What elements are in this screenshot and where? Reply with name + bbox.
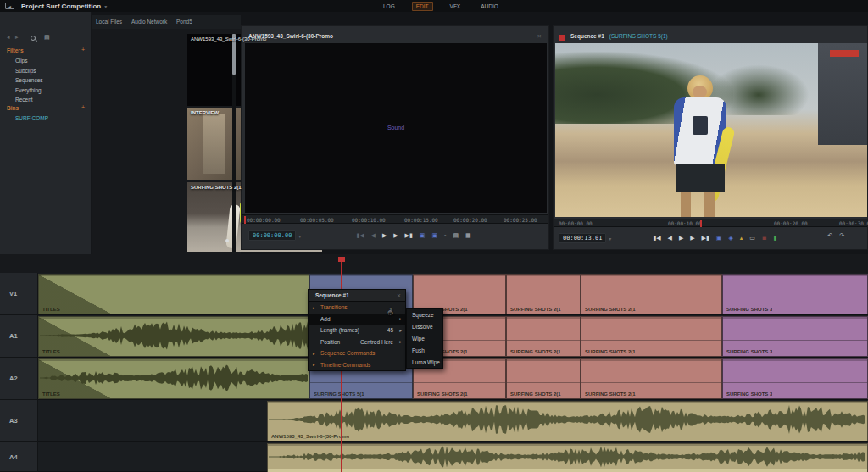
source-timecode-caret[interactable]: ▾ bbox=[298, 233, 301, 239]
submenu-item-squeeze[interactable]: Squeeze bbox=[407, 309, 442, 321]
source-timecode[interactable]: 00:00:00.00 bbox=[248, 230, 296, 241]
tile-view-icon[interactable]: ▦ bbox=[465, 232, 471, 238]
source-sound-text: Sound bbox=[245, 125, 547, 130]
tab-audio-network[interactable]: Audio Network bbox=[131, 19, 167, 25]
audio-meter-icon[interactable]: ▮ bbox=[774, 235, 777, 241]
timeline-playhead-flag[interactable] bbox=[338, 257, 345, 262]
context-menu: Sequence #1 ✕ ▸ Transitions Add ▸ Length… bbox=[308, 289, 406, 371]
skip-start-icon[interactable]: ▮◀ bbox=[653, 235, 660, 241]
track-header-a2[interactable]: A2 bbox=[0, 358, 38, 400]
play-button[interactable]: ▶ bbox=[382, 232, 387, 238]
exit-project-icon[interactable]: ◂ bbox=[5, 3, 14, 9]
record-transport-bar: 00:00:13.01 ▾ ▮◀ ◀ ▶ ▶ ▶▮ ▣ ◈ ▴ ▭ ≣ ▮ ↶ … bbox=[554, 229, 867, 247]
jersey-number bbox=[693, 116, 708, 135]
section-marker-icon: ▸ bbox=[313, 351, 315, 356]
timeline-clip-titles-a1[interactable]: TITLES bbox=[38, 316, 309, 357]
record-viewer-subtitle: (SURFING SHOTS 5(1) bbox=[609, 33, 668, 39]
search-icon[interactable] bbox=[31, 36, 36, 41]
record-video-frame[interactable] bbox=[555, 43, 867, 217]
skip-end-icon[interactable]: ▶▮ bbox=[702, 235, 709, 241]
position-value[interactable]: Centred Here bbox=[360, 339, 393, 345]
timeline-clip-audio-a4[interactable] bbox=[267, 443, 868, 472]
menu-item-position[interactable]: Position Centred Here ▸ bbox=[309, 336, 405, 348]
tab-log[interactable]: LOG bbox=[380, 3, 398, 10]
timeline-clip-surf2b-a1[interactable]: SURFING SHOTS 2(1 bbox=[506, 316, 581, 357]
timeline-clip-surf3-a1[interactable]: SURFING SHOTS 3 bbox=[722, 316, 868, 357]
timeline-clip-surf3-a2[interactable]: SURFING SHOTS 3 bbox=[722, 358, 868, 399]
timeline-clip-surf2c-a1[interactable]: SURFING SHOTS 2(1 bbox=[581, 316, 722, 357]
menu-item-timeline-commands[interactable]: ▸ Timeline Commands bbox=[309, 359, 405, 371]
source-close-icon[interactable]: ✕ bbox=[537, 33, 542, 40]
record-timecode[interactable]: 00:00:13.01 bbox=[559, 233, 606, 243]
insert-icon[interactable]: ▣ bbox=[420, 232, 426, 238]
submenu-item-push[interactable]: Push bbox=[407, 344, 442, 356]
project-title-caret[interactable]: ▾ bbox=[104, 3, 107, 9]
skip-end-icon[interactable]: ▶▮ bbox=[405, 232, 413, 238]
redo-button[interactable]: ↷ bbox=[839, 232, 844, 238]
timeline-clip-surf2b-a2[interactable]: SURFING SHOTS 2(1 bbox=[506, 358, 581, 399]
insert-icon[interactable]: ▣ bbox=[716, 235, 722, 241]
main-mode-tabs: LOG EDIT VFX AUDIO bbox=[380, 0, 502, 12]
timeline-clip-surf2b-v1[interactable]: SURFING SHOTS 2(1 bbox=[506, 274, 581, 314]
timeline-clip-surf2c-v1[interactable]: SURFING SHOTS 2(1 bbox=[581, 274, 722, 314]
replace-icon[interactable]: ▣ bbox=[431, 232, 437, 238]
source-viewer-header: ANW1593_43_Swirl-6-(30-Promo ✕ bbox=[242, 30, 548, 42]
timeline-clip-audio-a3[interactable]: ANW1593_43_Swirl-6-(30-Promo bbox=[267, 401, 868, 441]
record-timecode-caret[interactable]: ▾ bbox=[609, 236, 611, 242]
submenu-item-wipe[interactable]: Wipe bbox=[407, 333, 442, 345]
tab-edit[interactable]: EDIT bbox=[412, 2, 433, 11]
source-ruler-label: 00:00:15.00 bbox=[404, 217, 438, 223]
submenu-arrow-icon: ▸ bbox=[399, 339, 402, 344]
timeline-clip-titles-v1[interactable]: TITLES bbox=[38, 274, 309, 314]
track-header-a4[interactable]: A4 bbox=[0, 442, 38, 472]
step-back-icon[interactable]: ◀ bbox=[668, 235, 672, 241]
track-header-v1[interactable]: V1 bbox=[0, 273, 38, 315]
filter-clips[interactable]: Clips bbox=[15, 58, 92, 64]
record-playhead-marker[interactable] bbox=[700, 220, 702, 227]
timeline-clip-titles-a2[interactable]: TITLES bbox=[38, 358, 309, 399]
filter-recent[interactable]: Recent bbox=[15, 97, 92, 103]
replace-icon[interactable]: ◈ bbox=[728, 235, 732, 241]
source-ruler[interactable]: 00:00:00.00 00:00:05.00 00:00:10.00 00:0… bbox=[242, 214, 548, 224]
tab-vfx[interactable]: VFX bbox=[447, 3, 465, 10]
tab-pond5[interactable]: Pond5 bbox=[176, 19, 192, 25]
step-forward-icon[interactable]: ▶ bbox=[393, 232, 398, 238]
timeline-view-icon[interactable]: ▭ bbox=[749, 235, 755, 241]
bin-scrollbar[interactable] bbox=[232, 34, 236, 252]
list-view-icon[interactable]: ▤ bbox=[44, 34, 50, 41]
skip-start-icon[interactable]: ▮◀ bbox=[356, 232, 364, 238]
record-ruler[interactable]: 00:00:00.00 00:00:10.00 00:00:20.00 00:0… bbox=[554, 219, 867, 227]
filter-subclips[interactable]: Subclips bbox=[15, 68, 92, 74]
length-value[interactable]: 45 bbox=[387, 327, 393, 333]
menu-item-length[interactable]: Length (frames) 45 ▸ bbox=[309, 325, 405, 336]
bin-surf-comp[interactable]: SURF COMP bbox=[15, 115, 48, 121]
filter-everything[interactable]: Everything bbox=[15, 87, 92, 93]
tab-audio[interactable]: AUDIO bbox=[477, 3, 502, 10]
timeline-clip-surf2c-a2[interactable]: SURFING SHOTS 2(1 bbox=[581, 358, 722, 399]
menu-item-sequence-commands[interactable]: ▸ Sequence Commands bbox=[309, 347, 405, 359]
undo-button[interactable]: ↶ bbox=[827, 232, 832, 238]
submenu-item-dissolve[interactable]: Dissolve bbox=[407, 321, 442, 333]
effects-strip-icon[interactable]: ≣ bbox=[762, 235, 767, 241]
track-header-a3[interactable]: A3 bbox=[0, 400, 38, 442]
marker-icon[interactable]: ▴ bbox=[740, 235, 743, 241]
step-back-icon[interactable]: ◀ bbox=[371, 232, 376, 238]
view-mode-icon[interactable]: ▤ bbox=[453, 232, 459, 238]
add-bin-icon[interactable]: + bbox=[81, 104, 85, 110]
submenu-item-luma-wipe[interactable]: Luma Wipe bbox=[407, 356, 442, 368]
filter-sequences[interactable]: Sequences bbox=[15, 77, 92, 83]
context-menu-close-icon[interactable]: ✕ bbox=[397, 292, 401, 298]
timeline-clip-surf3-v1[interactable]: SURFING SHOTS 3 bbox=[722, 274, 868, 314]
bin-resize-dot[interactable] bbox=[225, 239, 229, 242]
marker-icon[interactable]: ▪ bbox=[444, 232, 446, 238]
nav-back-icon[interactable]: ◂ bbox=[7, 34, 10, 41]
source-video-frame[interactable]: Sound bbox=[245, 43, 547, 213]
step-forward-icon[interactable]: ▶ bbox=[690, 235, 694, 241]
track-header-a1[interactable]: A1 bbox=[0, 315, 38, 358]
play-button[interactable]: ▶ bbox=[679, 235, 683, 241]
tab-local-files[interactable]: Local Files bbox=[96, 19, 122, 25]
add-filter-icon[interactable]: + bbox=[81, 47, 85, 53]
nav-forward-icon[interactable]: ▸ bbox=[15, 34, 19, 41]
project-title[interactable]: Project Surf Competition bbox=[21, 3, 101, 10]
source-playhead-marker[interactable] bbox=[244, 216, 246, 224]
